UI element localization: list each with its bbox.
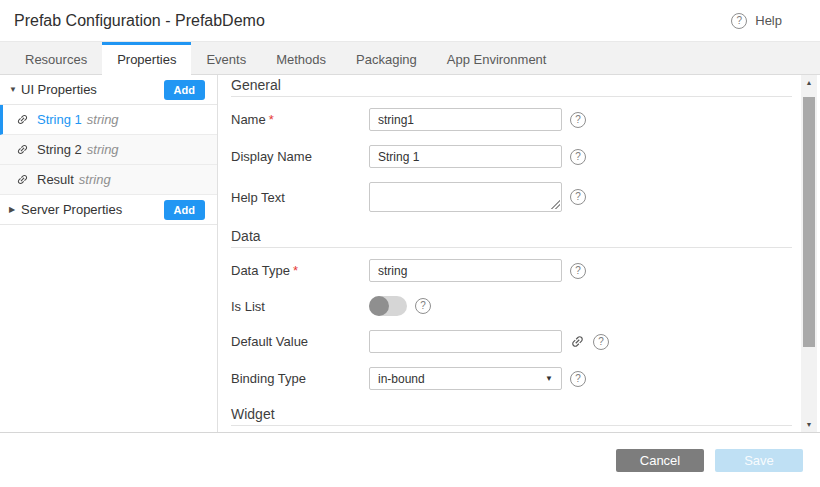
- server-properties-section-header[interactable]: ▶ Server Properties Add: [0, 195, 217, 225]
- field-help-icon[interactable]: ?: [415, 298, 431, 314]
- property-type: string: [87, 142, 119, 157]
- dialog-header: Prefab Configuration - PrefabDemo ? Help: [0, 0, 820, 42]
- scrollbar-thumb[interactable]: [803, 97, 815, 347]
- tab-packaging[interactable]: Packaging: [341, 42, 432, 74]
- chevron-down-icon: ▼: [9, 85, 21, 94]
- tab-resources[interactable]: Resources: [10, 42, 102, 74]
- prefab-configuration-dialog: Prefab Configuration - PrefabDemo ? Help…: [0, 0, 820, 487]
- section-title-widget: Widget: [231, 404, 792, 426]
- field-row-is-list: Is List ?: [231, 296, 792, 316]
- help-label: Help: [755, 13, 782, 28]
- add-server-property-button[interactable]: Add: [164, 200, 205, 220]
- binding-type-select[interactable]: in-bound ▼: [369, 367, 562, 390]
- field-label: Display Name: [231, 149, 369, 164]
- property-name: String 1: [37, 112, 82, 127]
- field-label: Is List: [231, 299, 369, 314]
- form-scrollbar[interactable]: ▲ ▼: [801, 75, 817, 432]
- save-button[interactable]: Save: [715, 449, 803, 472]
- field-label: Binding Type: [231, 371, 369, 386]
- name-input[interactable]: [369, 108, 562, 131]
- scroll-up-button[interactable]: ▲: [801, 75, 817, 90]
- property-name: Result: [37, 172, 74, 187]
- link-icon: [16, 143, 29, 156]
- field-help-icon[interactable]: ?: [570, 112, 586, 128]
- properties-sidebar: ▼ UI Properties Add String 1 string Stri…: [0, 75, 218, 432]
- field-row-data-type: Data Type* ?: [231, 259, 792, 282]
- server-properties-label: Server Properties: [21, 202, 122, 217]
- field-help-icon[interactable]: ?: [570, 371, 586, 387]
- scroll-down-button[interactable]: ▼: [801, 417, 817, 432]
- field-row-name: Name* ?: [231, 108, 792, 131]
- help-icon: ?: [731, 13, 747, 29]
- property-type: string: [87, 112, 119, 127]
- tab-app-environment[interactable]: App Environment: [432, 42, 562, 74]
- help-link[interactable]: ? Help: [731, 13, 782, 29]
- field-help-icon[interactable]: ?: [593, 334, 609, 350]
- section-title-general: General: [231, 75, 792, 97]
- sidebar-item-string1[interactable]: String 1 string: [0, 105, 217, 135]
- field-row-display-name: Display Name ?: [231, 145, 792, 168]
- property-name: String 2: [37, 142, 82, 157]
- add-ui-property-button[interactable]: Add: [164, 80, 205, 100]
- ui-properties-label: UI Properties: [21, 82, 97, 97]
- is-list-toggle[interactable]: [369, 296, 407, 316]
- help-text-textarea[interactable]: [369, 182, 562, 212]
- main-region: ▼ UI Properties Add String 1 string Stri…: [0, 75, 820, 432]
- field-row-binding-type: Binding Type in-bound ▼ ?: [231, 367, 792, 390]
- chevron-right-icon: ▶: [9, 205, 21, 214]
- field-help-icon[interactable]: ?: [570, 189, 586, 205]
- field-help-icon[interactable]: ?: [570, 149, 586, 165]
- tab-events[interactable]: Events: [191, 42, 261, 74]
- field-row-default-value: Default Value ?: [231, 330, 792, 353]
- field-row-help-text: Help Text ?: [231, 182, 792, 212]
- link-icon: [16, 173, 29, 186]
- display-name-input[interactable]: [369, 145, 562, 168]
- dialog-footer: Cancel Save: [0, 432, 820, 487]
- page-title: Prefab Configuration - PrefabDemo: [14, 12, 265, 30]
- link-icon: [16, 113, 29, 126]
- bind-link-icon[interactable]: [570, 334, 585, 349]
- cancel-button[interactable]: Cancel: [616, 449, 704, 472]
- toggle-knob: [369, 296, 389, 316]
- required-marker: *: [293, 263, 298, 278]
- tab-bar: Resources Properties Events Methods Pack…: [0, 42, 820, 75]
- field-label: Default Value: [231, 334, 369, 349]
- tab-properties[interactable]: Properties: [102, 42, 191, 74]
- default-value-input[interactable]: [369, 330, 562, 353]
- required-marker: *: [269, 112, 274, 127]
- field-label: Help Text: [231, 190, 369, 205]
- field-help-icon[interactable]: ?: [570, 263, 586, 279]
- field-label: Data Type*: [231, 263, 369, 278]
- dropdown-arrow-icon: ▼: [545, 374, 553, 383]
- section-title-data: Data: [231, 226, 792, 248]
- property-form: General Name* ? Display Name ? Help Text: [218, 75, 820, 432]
- sidebar-item-string2[interactable]: String 2 string: [0, 135, 217, 165]
- data-type-input[interactable]: [369, 259, 562, 282]
- field-label: Name*: [231, 112, 369, 127]
- tab-methods[interactable]: Methods: [261, 42, 341, 74]
- sidebar-item-result[interactable]: Result string: [0, 165, 217, 195]
- property-type: string: [79, 172, 111, 187]
- select-value: in-bound: [378, 372, 425, 386]
- ui-properties-section-header[interactable]: ▼ UI Properties Add: [0, 75, 217, 105]
